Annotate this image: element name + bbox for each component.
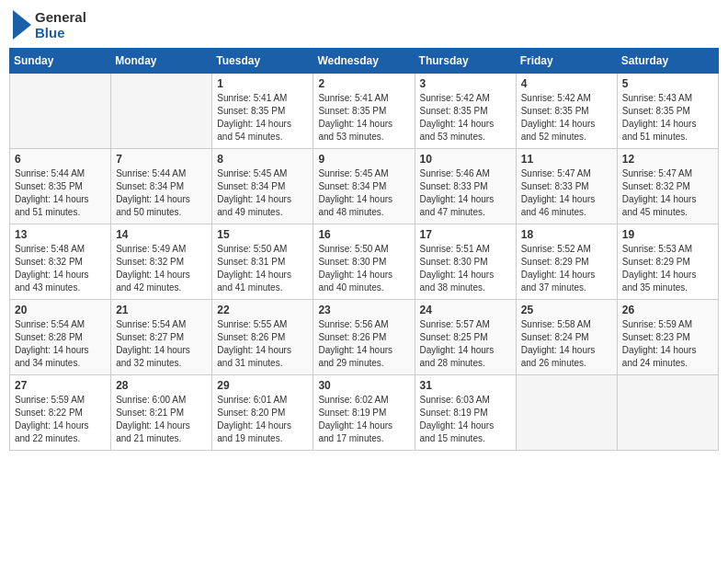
day-info: Sunrise: 5:59 AMSunset: 8:22 PMDaylight:…	[15, 394, 106, 445]
day-number: 16	[318, 228, 409, 241]
calendar-cell: 30Sunrise: 6:02 AMSunset: 8:19 PMDayligh…	[313, 375, 415, 451]
calendar-cell: 1Sunrise: 5:41 AMSunset: 8:35 PMDaylight…	[212, 74, 313, 149]
day-number: 7	[116, 153, 207, 166]
weekday-header-row: SundayMondayTuesdayWednesdayThursdayFrid…	[10, 49, 719, 74]
day-info: Sunrise: 5:52 AMSunset: 8:29 PMDaylight:…	[521, 243, 612, 294]
day-info: Sunrise: 5:41 AMSunset: 8:35 PMDaylight:…	[217, 92, 308, 144]
calendar-cell: 6Sunrise: 5:44 AMSunset: 8:35 PMDaylight…	[10, 149, 111, 224]
day-number: 3	[420, 77, 511, 90]
svg-marker-0	[13, 10, 31, 40]
week-row-1: 1Sunrise: 5:41 AMSunset: 8:35 PMDaylight…	[10, 74, 719, 149]
day-number: 29	[217, 379, 308, 392]
day-number: 9	[318, 153, 409, 166]
day-info: Sunrise: 5:44 AMSunset: 8:35 PMDaylight:…	[15, 167, 106, 219]
day-number: 24	[420, 304, 511, 316]
day-number: 26	[622, 304, 713, 316]
logo-container: General Blue	[13, 9, 86, 40]
calendar-cell: 26Sunrise: 5:59 AMSunset: 8:23 PMDayligh…	[617, 300, 718, 375]
day-number: 25	[521, 304, 612, 316]
weekday-header-wednesday: Wednesday	[313, 49, 415, 74]
day-info: Sunrise: 5:51 AMSunset: 8:30 PMDaylight:…	[420, 243, 511, 294]
weekday-header-friday: Friday	[516, 49, 617, 74]
week-row-5: 27Sunrise: 5:59 AMSunset: 8:22 PMDayligh…	[10, 375, 719, 451]
day-number: 5	[622, 77, 713, 90]
day-info: Sunrise: 5:54 AMSunset: 8:28 PMDaylight:…	[15, 318, 106, 370]
day-number: 1	[217, 77, 308, 90]
day-number: 4	[521, 77, 612, 90]
calendar-cell	[111, 74, 212, 149]
day-info: Sunrise: 5:58 AMSunset: 8:24 PMDaylight:…	[521, 318, 612, 370]
calendar-cell: 27Sunrise: 5:59 AMSunset: 8:22 PMDayligh…	[10, 375, 111, 451]
day-info: Sunrise: 5:44 AMSunset: 8:34 PMDaylight:…	[116, 167, 207, 219]
calendar-cell: 2Sunrise: 5:41 AMSunset: 8:35 PMDaylight…	[313, 74, 415, 149]
calendar-cell: 25Sunrise: 5:58 AMSunset: 8:24 PMDayligh…	[516, 300, 617, 375]
week-row-2: 6Sunrise: 5:44 AMSunset: 8:35 PMDaylight…	[10, 149, 719, 224]
calendar-cell	[10, 74, 111, 149]
calendar-cell: 17Sunrise: 5:51 AMSunset: 8:30 PMDayligh…	[415, 224, 516, 300]
weekday-header-saturday: Saturday	[617, 49, 718, 74]
calendar-cell: 7Sunrise: 5:44 AMSunset: 8:34 PMDaylight…	[111, 149, 212, 224]
calendar-cell: 14Sunrise: 5:49 AMSunset: 8:32 PMDayligh…	[111, 224, 212, 300]
calendar-cell: 4Sunrise: 5:42 AMSunset: 8:35 PMDaylight…	[516, 74, 617, 149]
day-number: 11	[521, 153, 612, 166]
weekday-header-monday: Monday	[111, 49, 212, 74]
calendar-cell: 10Sunrise: 5:46 AMSunset: 8:33 PMDayligh…	[415, 149, 516, 224]
day-number: 19	[622, 228, 713, 241]
calendar-cell: 8Sunrise: 5:45 AMSunset: 8:34 PMDaylight…	[212, 149, 313, 224]
day-info: Sunrise: 5:59 AMSunset: 8:23 PMDaylight:…	[622, 318, 713, 370]
day-number: 21	[116, 304, 207, 316]
weekday-header-thursday: Thursday	[415, 49, 516, 74]
week-row-4: 20Sunrise: 5:54 AMSunset: 8:28 PMDayligh…	[10, 300, 719, 375]
calendar-cell: 23Sunrise: 5:56 AMSunset: 8:26 PMDayligh…	[313, 300, 415, 375]
day-info: Sunrise: 5:53 AMSunset: 8:29 PMDaylight:…	[622, 243, 713, 294]
weekday-header-tuesday: Tuesday	[212, 49, 313, 74]
day-number: 15	[217, 228, 308, 241]
day-info: Sunrise: 5:50 AMSunset: 8:30 PMDaylight:…	[318, 243, 409, 294]
day-info: Sunrise: 5:41 AMSunset: 8:35 PMDaylight:…	[318, 92, 409, 144]
day-number: 14	[116, 228, 207, 241]
day-number: 2	[318, 77, 409, 90]
day-info: Sunrise: 5:49 AMSunset: 8:32 PMDaylight:…	[116, 243, 207, 294]
day-info: Sunrise: 5:47 AMSunset: 8:33 PMDaylight:…	[521, 167, 612, 219]
day-number: 6	[15, 153, 106, 166]
day-info: Sunrise: 5:55 AMSunset: 8:26 PMDaylight:…	[217, 318, 308, 370]
calendar-cell: 3Sunrise: 5:42 AMSunset: 8:35 PMDaylight…	[415, 74, 516, 149]
calendar-cell: 28Sunrise: 6:00 AMSunset: 8:21 PMDayligh…	[111, 375, 212, 451]
day-info: Sunrise: 5:57 AMSunset: 8:25 PMDaylight:…	[420, 318, 511, 370]
day-number: 28	[116, 379, 207, 392]
day-number: 20	[15, 304, 106, 316]
calendar-cell	[617, 375, 718, 451]
day-info: Sunrise: 5:50 AMSunset: 8:31 PMDaylight:…	[217, 243, 308, 294]
logo-blue: Blue	[35, 25, 86, 40]
day-number: 23	[318, 304, 409, 316]
day-number: 12	[622, 153, 713, 166]
weekday-header-sunday: Sunday	[10, 49, 111, 74]
calendar-cell: 9Sunrise: 5:45 AMSunset: 8:34 PMDaylight…	[313, 149, 415, 224]
day-info: Sunrise: 5:46 AMSunset: 8:33 PMDaylight:…	[420, 167, 511, 219]
day-number: 27	[15, 379, 106, 392]
day-number: 31	[420, 379, 511, 392]
calendar-cell: 29Sunrise: 6:01 AMSunset: 8:20 PMDayligh…	[212, 375, 313, 451]
logo: General Blue	[13, 9, 86, 40]
day-info: Sunrise: 5:45 AMSunset: 8:34 PMDaylight:…	[318, 167, 409, 219]
day-number: 17	[420, 228, 511, 241]
page-header: General Blue	[9, 9, 719, 40]
calendar-cell: 21Sunrise: 5:54 AMSunset: 8:27 PMDayligh…	[111, 300, 212, 375]
calendar-cell: 11Sunrise: 5:47 AMSunset: 8:33 PMDayligh…	[516, 149, 617, 224]
day-info: Sunrise: 6:03 AMSunset: 8:19 PMDaylight:…	[420, 394, 511, 445]
calendar-cell: 20Sunrise: 5:54 AMSunset: 8:28 PMDayligh…	[10, 300, 111, 375]
logo-general: General	[35, 9, 86, 25]
day-info: Sunrise: 5:42 AMSunset: 8:35 PMDaylight:…	[521, 92, 612, 144]
calendar-cell	[516, 375, 617, 451]
day-number: 10	[420, 153, 511, 166]
day-info: Sunrise: 5:42 AMSunset: 8:35 PMDaylight:…	[420, 92, 511, 144]
calendar-cell: 22Sunrise: 5:55 AMSunset: 8:26 PMDayligh…	[212, 300, 313, 375]
logo-text: General Blue	[35, 9, 86, 40]
day-info: Sunrise: 5:47 AMSunset: 8:32 PMDaylight:…	[622, 167, 713, 219]
calendar-cell: 16Sunrise: 5:50 AMSunset: 8:30 PMDayligh…	[313, 224, 415, 300]
calendar-cell: 13Sunrise: 5:48 AMSunset: 8:32 PMDayligh…	[10, 224, 111, 300]
calendar-cell: 5Sunrise: 5:43 AMSunset: 8:35 PMDaylight…	[617, 74, 718, 149]
day-number: 18	[521, 228, 612, 241]
calendar-cell: 31Sunrise: 6:03 AMSunset: 8:19 PMDayligh…	[415, 375, 516, 451]
day-number: 13	[15, 228, 106, 241]
